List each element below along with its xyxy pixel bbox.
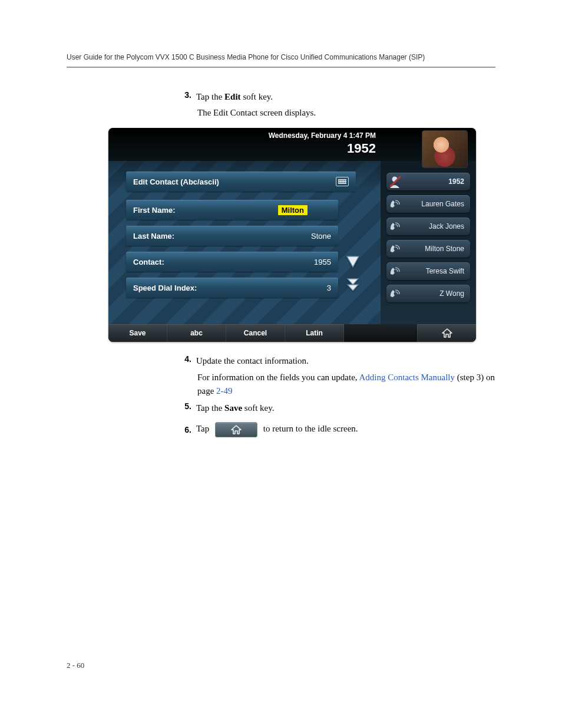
handset-icon [389,220,402,233]
sidebar-contact-2[interactable]: Milton Stone [386,240,470,258]
sidebar-contact-4[interactable]: Z Wong [386,285,470,302]
softkey-latin[interactable]: Latin [285,324,344,342]
step-4-num: 4. [178,354,196,364]
speed-dial-field[interactable]: Speed Dial Index: 3 [126,278,338,298]
speed-dial-label: Speed Dial Index: [133,284,197,292]
step-3-a: Tap the [196,92,224,101]
device-screenshot: Wednesday, February 4 1:47 PM 1952 Edit … [108,128,476,342]
first-name-field[interactable]: First Name: Milton [126,200,338,220]
contact-sidebar: 1952 Lauren Gates Jack Jones [381,161,476,324]
edit-contact-panel: Edit Contact (Abc/ascii) First Name: Mil… [108,161,381,324]
device-extension: 1952 [347,141,376,156]
step-3-body: Tap the Edit soft key. [196,90,495,104]
step-6-a: Tap [196,424,211,433]
svg-marker-2 [348,285,358,291]
header-rule [67,67,495,68]
contact-label: Contact: [133,258,164,266]
step-3: 3. Tap the Edit soft key. [178,90,495,104]
handset-icon [389,242,402,255]
sidebar-extension[interactable]: 1952 [386,173,470,190]
scroll-down-button[interactable] [345,254,361,269]
sidebar-extension-label: 1952 [448,177,464,186]
step-5-body: Tap the Save soft key. [196,401,495,415]
step-3-b: soft key. [241,92,273,101]
keyboard-icon[interactable] [336,177,349,186]
sidebar-contact-1-label: Jack Jones [429,222,464,230]
last-name-value: Stone [311,232,331,241]
step-5-b: soft key. [242,403,274,413]
sidebar-contact-0[interactable]: Lauren Gates [386,195,470,213]
softkey-save[interactable]: Save [108,324,167,342]
first-name-label: First Name: [133,206,176,215]
sidebar-contact-0-label: Lauren Gates [421,200,464,208]
handset-icon [389,197,402,210]
person-off-icon [388,174,403,189]
softkey-abc[interactable]: abc [167,324,226,342]
page-footer: 2 - 60 [67,661,84,670]
contact-value: 1955 [314,258,331,266]
svg-marker-0 [347,256,359,267]
step-4: 4. Update the contact information. [178,354,495,368]
step-3-bold: Edit [224,92,241,101]
step-5: 5. Tap the Save soft key. [178,401,495,415]
first-name-value[interactable]: Milton [278,205,308,215]
page-header: User Guide for the Polycom VVX 1500 C Bu… [67,53,495,65]
handset-icon [389,265,402,278]
handset-icon [389,287,402,300]
panel-title-bar: Edit Contact (Abc/ascii) [126,172,356,192]
link-adding-contacts[interactable]: Adding Contacts Manually [359,373,455,382]
step-5-bold: Save [224,403,242,413]
step-5-a: Tap the [196,403,224,413]
step-4-sub-a: For information on the fields you can up… [197,373,359,382]
avatar [422,130,468,168]
softkey-bar: Save abc Cancel Latin [108,324,476,342]
scroll-page-down-button[interactable] [345,278,361,293]
step-4-body: Update the contact information. [196,354,495,368]
link-page-2-49[interactable]: 2-49 [216,386,233,396]
step-3-sub: The Edit Contact screen displays. [197,106,495,120]
step-3-num: 3. [178,90,196,100]
step-4-sub: For information on the fields you can up… [197,371,495,397]
sidebar-contact-4-label: Z Wong [439,289,464,298]
step-6: 6. Tap to return to the idle screen. [178,422,495,437]
sidebar-contact-2-label: Milton Stone [425,245,464,253]
sidebar-contact-3-label: Teresa Swift [426,267,464,275]
svg-marker-1 [348,279,358,285]
speed-dial-value: 3 [327,284,331,292]
home-icon [230,424,242,435]
panel-title: Edit Contact (Abc/ascii) [133,177,219,186]
home-icon [441,328,453,338]
softkey-spacer [344,324,417,342]
device-topbar: Wednesday, February 4 1:47 PM 1952 [108,128,476,161]
sidebar-contact-3[interactable]: Teresa Swift [386,262,470,280]
last-name-label: Last Name: [133,232,174,241]
step-6-b: to return to the idle screen. [263,424,358,433]
step-6-num: 6. [178,425,196,434]
inline-home-button [215,422,257,437]
sidebar-contact-1[interactable]: Jack Jones [386,218,470,235]
device-datetime: Wednesday, February 4 1:47 PM [269,131,376,140]
step-5-num: 5. [178,401,196,411]
step-6-body: Tap to return to the idle screen. [196,422,495,437]
last-name-field[interactable]: Last Name: Stone [126,226,338,246]
contact-field[interactable]: Contact: 1955 [126,252,338,272]
softkey-cancel[interactable]: Cancel [226,324,285,342]
softkey-home[interactable] [417,324,476,342]
